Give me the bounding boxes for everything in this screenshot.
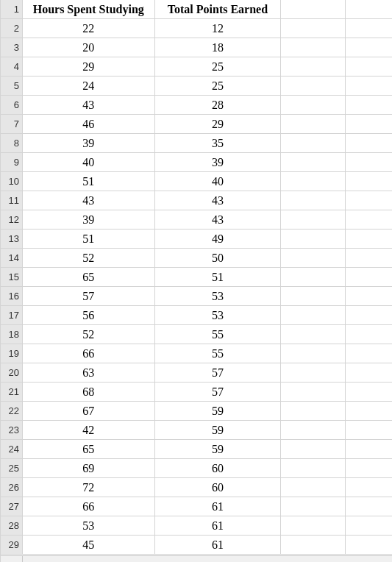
empty-cell[interactable] <box>281 230 346 249</box>
empty-cell[interactable] <box>281 478 346 497</box>
row-number[interactable]: 18 <box>1 325 23 344</box>
empty-cell[interactable] <box>281 115 346 134</box>
cell-points[interactable]: 55 <box>155 325 282 344</box>
row-number[interactable]: 27 <box>1 497 23 516</box>
empty-cell[interactable] <box>281 516 346 536</box>
column-header-hours[interactable]: Hours Spent Studying <box>23 0 155 19</box>
row-number[interactable]: 19 <box>1 344 23 363</box>
row-number[interactable]: 13 <box>1 230 23 249</box>
empty-cell[interactable] <box>346 115 392 134</box>
row-number[interactable]: 21 <box>1 383 23 402</box>
cell-points[interactable]: 59 <box>155 421 282 440</box>
empty-cell[interactable] <box>346 230 392 249</box>
cell-hours[interactable]: 39 <box>23 134 155 153</box>
empty-cell[interactable] <box>281 363 346 383</box>
empty-cell[interactable] <box>281 210 346 230</box>
empty-cell[interactable] <box>346 38 392 57</box>
cell-points[interactable]: 12 <box>155 19 282 38</box>
empty-cell[interactable] <box>346 383 392 402</box>
cell-points[interactable]: 57 <box>155 383 282 402</box>
empty-cell[interactable] <box>281 19 346 38</box>
row-number[interactable]: 12 <box>1 210 23 230</box>
cell-hours[interactable]: 42 <box>23 421 155 440</box>
cell-points[interactable]: 57 <box>155 363 282 383</box>
cell-hours[interactable]: 72 <box>23 478 155 497</box>
cell-points[interactable]: 43 <box>155 191 282 210</box>
cell-hours[interactable]: 40 <box>23 153 155 172</box>
empty-cell[interactable] <box>281 134 346 153</box>
empty-cell[interactable] <box>281 402 346 421</box>
cell-hours[interactable]: 66 <box>23 344 155 363</box>
cell-points[interactable]: 28 <box>155 96 282 115</box>
empty-cell[interactable] <box>281 249 346 268</box>
cell-points[interactable]: 53 <box>155 287 282 306</box>
cell-hours[interactable]: 43 <box>23 96 155 115</box>
cell-points[interactable]: 39 <box>155 153 282 172</box>
row-number[interactable]: 25 <box>1 459 23 478</box>
empty-cell[interactable] <box>281 77 346 96</box>
row-number[interactable]: 10 <box>1 172 23 191</box>
cell-points[interactable]: 50 <box>155 249 282 268</box>
row-number[interactable]: 3 <box>1 38 23 57</box>
empty-cell[interactable] <box>346 19 392 38</box>
cell-hours[interactable]: 39 <box>23 210 155 230</box>
cell-hours[interactable]: 51 <box>23 172 155 191</box>
empty-cell[interactable] <box>346 440 392 459</box>
empty-cell[interactable] <box>346 497 392 516</box>
row-number[interactable]: 1 <box>1 0 23 19</box>
cell-hours[interactable]: 68 <box>23 383 155 402</box>
empty-cell[interactable] <box>346 153 392 172</box>
cell-hours[interactable]: 66 <box>23 497 155 516</box>
cell-points[interactable]: 60 <box>155 478 282 497</box>
empty-cell[interactable] <box>346 287 392 306</box>
empty-cell[interactable] <box>281 0 346 19</box>
empty-cell[interactable] <box>346 268 392 287</box>
row-number[interactable]: 4 <box>1 57 23 77</box>
empty-cell[interactable] <box>281 153 346 172</box>
cell-hours[interactable]: 29 <box>23 57 155 77</box>
row-number[interactable]: 11 <box>1 191 23 210</box>
cell-hours[interactable]: 45 <box>23 536 155 555</box>
empty-cell[interactable] <box>346 77 392 96</box>
empty-cell[interactable] <box>346 402 392 421</box>
row-number[interactable]: 28 <box>1 516 23 536</box>
cell-points[interactable]: 40 <box>155 172 282 191</box>
cell-points[interactable]: 35 <box>155 134 282 153</box>
cell-points[interactable]: 51 <box>155 268 282 287</box>
empty-cell[interactable] <box>281 421 346 440</box>
cell-points[interactable]: 61 <box>155 536 282 555</box>
cell-hours[interactable]: 65 <box>23 440 155 459</box>
empty-cell[interactable] <box>346 421 392 440</box>
empty-cell[interactable] <box>281 536 346 555</box>
empty-cell[interactable] <box>346 191 392 210</box>
empty-cell[interactable] <box>281 383 346 402</box>
cell-hours[interactable]: 51 <box>23 230 155 249</box>
empty-cell[interactable] <box>281 497 346 516</box>
cell-hours[interactable]: 67 <box>23 402 155 421</box>
empty-cell[interactable] <box>346 57 392 77</box>
cell-points[interactable]: 25 <box>155 57 282 77</box>
row-number[interactable]: 24 <box>1 440 23 459</box>
cell-hours[interactable]: 52 <box>23 325 155 344</box>
empty-cell[interactable] <box>346 134 392 153</box>
row-number[interactable]: 16 <box>1 287 23 306</box>
empty-cell[interactable] <box>346 363 392 383</box>
empty-cell[interactable] <box>281 306 346 325</box>
row-number[interactable]: 20 <box>1 363 23 383</box>
cell-points[interactable]: 61 <box>155 497 282 516</box>
empty-cell[interactable] <box>281 268 346 287</box>
cell-hours[interactable]: 20 <box>23 38 155 57</box>
empty-cell[interactable] <box>346 459 392 478</box>
row-number[interactable]: 17 <box>1 306 23 325</box>
empty-cell[interactable] <box>346 344 392 363</box>
empty-cell[interactable] <box>346 478 392 497</box>
cell-points[interactable]: 61 <box>155 516 282 536</box>
cell-points[interactable]: 18 <box>155 38 282 57</box>
cell-points[interactable]: 29 <box>155 115 282 134</box>
row-number[interactable]: 8 <box>1 134 23 153</box>
row-number[interactable]: 22 <box>1 402 23 421</box>
cell-points[interactable]: 43 <box>155 210 282 230</box>
cell-hours[interactable]: 52 <box>23 249 155 268</box>
row-number[interactable]: 2 <box>1 19 23 38</box>
cell-points[interactable]: 59 <box>155 440 282 459</box>
